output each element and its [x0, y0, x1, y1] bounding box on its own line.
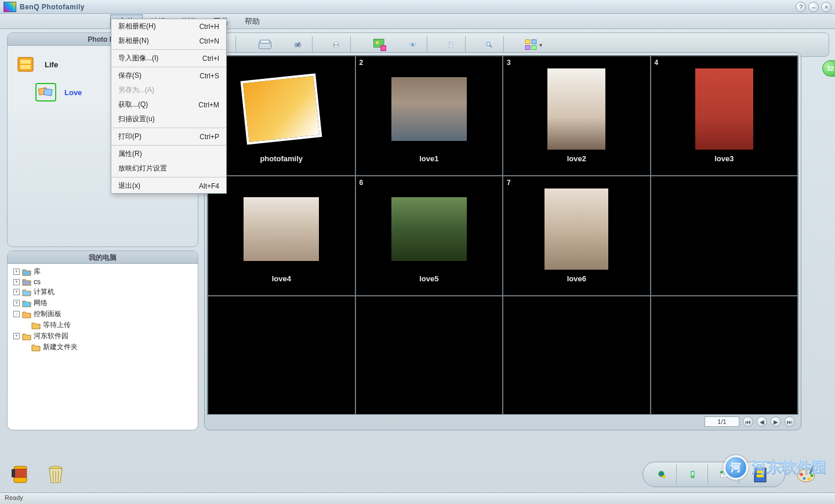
svg-rect-21: [532, 39, 536, 43]
help-button[interactable]: ?: [796, 2, 806, 12]
side-counter-bubble[interactable]: 32: [822, 60, 835, 77]
svg-rect-4: [299, 42, 300, 43]
thumb-caption: love4: [272, 274, 291, 283]
thumbnail-cell[interactable]: [651, 296, 798, 415]
menu-item-新相册(N)[interactable]: 新相册(N)Ctrl+N: [111, 34, 226, 48]
eye-preview-button[interactable]: [409, 36, 427, 53]
thumbnail-cell[interactable]: 4 love3: [651, 56, 798, 176]
thumb-number: 6: [360, 179, 364, 187]
bottom-dock: 河 河东软件园: [0, 458, 835, 491]
thumb-number: 3: [507, 59, 511, 67]
tree-node[interactable]: +河东软件园: [10, 331, 195, 342]
image-tools-button[interactable]: [371, 36, 389, 53]
app-logo-icon: [3, 2, 16, 12]
thumb-number: 4: [655, 59, 659, 67]
file-menu-dropdown: 新相册柜(H)Ctrl+H新相册(N)Ctrl+N导入图像...(I)Ctrl+…: [111, 19, 227, 194]
tree-node[interactable]: 新建文件夹: [10, 342, 195, 353]
web-share-icon[interactable]: [657, 465, 677, 484]
thumbnail-cell[interactable]: [651, 176, 798, 296]
thumb-caption: love6: [567, 274, 586, 283]
thumb-image: [241, 74, 322, 145]
svg-point-3: [296, 43, 299, 46]
thumbnail-cell[interactable]: 1 photofamily: [208, 56, 355, 176]
thumbnail-cell[interactable]: 7 love6: [503, 176, 651, 296]
camera-button[interactable]: [294, 36, 313, 53]
thumb-image: [244, 197, 319, 261]
svg-point-9: [376, 41, 379, 44]
title-bar: BenQ Photofamily ? – ×: [0, 0, 835, 14]
svg-rect-30: [14, 469, 27, 478]
thumbnail-cell[interactable]: [503, 296, 651, 415]
thumbnail-cell[interactable]: 6 love5: [355, 176, 503, 296]
menu-item-属性(R)[interactable]: 属性(R): [111, 147, 226, 161]
thumbnail-cell[interactable]: 2 love1: [355, 56, 503, 176]
svg-rect-10: [381, 46, 386, 51]
first-page-button[interactable]: ⏮: [743, 416, 753, 427]
thumbnail-cell[interactable]: 5 love4: [208, 176, 355, 296]
device-share-icon[interactable]: [688, 465, 708, 484]
thumb-image: [544, 188, 608, 270]
menu-item-保存(S)[interactable]: 保存(S)Ctrl+S: [111, 68, 226, 83]
view-mode-button[interactable]: [524, 36, 542, 53]
tree-node[interactable]: +库: [10, 266, 195, 277]
svg-point-18: [487, 42, 491, 46]
thumb-caption: photofamily: [260, 154, 303, 163]
thumbnail-cell[interactable]: [208, 296, 355, 415]
svg-rect-25: [20, 60, 31, 64]
prev-page-button[interactable]: ◀: [757, 416, 767, 427]
print-button[interactable]: [332, 36, 351, 53]
trash-icon[interactable]: [44, 463, 67, 486]
thumb-number: 2: [360, 59, 364, 67]
svg-rect-22: [525, 46, 530, 50]
tree-node[interactable]: 等待上传: [10, 320, 195, 331]
svg-rect-13: [449, 42, 453, 48]
computer-tree-panel: 我的电脑 +库+cs+计算机+网络-控制面板等待上传+河东软件园新建文件夹: [7, 251, 198, 430]
thumbnail-cell[interactable]: 3 love2: [503, 56, 651, 176]
album-cabinet-label: Life: [45, 60, 58, 69]
menu-item-扫描设置(u)[interactable]: 扫描设置(u): [111, 112, 226, 126]
tree-node[interactable]: -控制面板: [10, 309, 195, 320]
svg-rect-20: [525, 39, 530, 43]
thumb-caption: love3: [714, 154, 734, 163]
minimize-button[interactable]: –: [808, 2, 819, 12]
menu-help[interactable]: 帮助: [237, 15, 268, 28]
film-roll-icon[interactable]: [9, 463, 32, 486]
thumb-caption: love1: [419, 154, 438, 163]
svg-rect-31: [12, 469, 15, 477]
cabinet-icon: [16, 55, 37, 74]
thumb-image: [695, 68, 753, 150]
thumbnail-cell[interactable]: [355, 296, 503, 415]
menu-item-打印(P)[interactable]: 打印(P)Ctrl+P: [111, 129, 226, 144]
menu-item-退出(x)[interactable]: 退出(x)Alt+F4: [111, 179, 226, 193]
tree-node[interactable]: +计算机: [10, 287, 195, 298]
thumbnail-area: 1 photofamily2 love13 love24 love35 love…: [204, 52, 801, 430]
menu-item-获取...(Q)[interactable]: 获取...(Q)Ctrl+M: [111, 97, 226, 112]
svg-rect-1: [260, 40, 270, 43]
menu-item-新相册柜(H)[interactable]: 新相册柜(H)Ctrl+H: [111, 19, 226, 34]
document-button[interactable]: [447, 36, 466, 53]
last-page-button[interactable]: ⏭: [785, 416, 795, 427]
menu-item-放映幻灯片设置[interactable]: 放映幻灯片设置: [111, 161, 226, 176]
close-button[interactable]: ×: [821, 2, 832, 12]
menu-item-导入图像...(I)[interactable]: 导入图像...(I)Ctrl+I: [111, 51, 226, 66]
svg-point-12: [412, 43, 413, 45]
search-button[interactable]: [485, 36, 504, 53]
svg-rect-7: [335, 46, 338, 48]
svg-rect-24: [18, 57, 33, 71]
thumb-image: [391, 197, 467, 261]
svg-rect-26: [20, 65, 31, 69]
thumb-caption: love5: [419, 274, 438, 283]
scanner-button[interactable]: [256, 36, 274, 53]
tree-node[interactable]: +cs: [10, 277, 195, 287]
page-indicator: 1/1: [705, 416, 739, 427]
folder-tree[interactable]: +库+cs+计算机+网络-控制面板等待上传+河东软件园新建文件夹: [8, 264, 198, 430]
svg-rect-6: [335, 42, 338, 44]
app-title: BenQ Photofamily: [20, 3, 85, 11]
thumbnail-grid: 1 photofamily2 love13 love24 love35 love…: [208, 56, 798, 414]
thumb-image: [547, 68, 605, 150]
watermark: 河 河东软件园: [724, 455, 827, 480]
tree-node[interactable]: +网络: [10, 298, 195, 309]
photos-icon: [35, 83, 56, 101]
menu-item-另存为...(A): 另存为...(A): [111, 83, 226, 97]
next-page-button[interactable]: ▶: [771, 416, 781, 427]
